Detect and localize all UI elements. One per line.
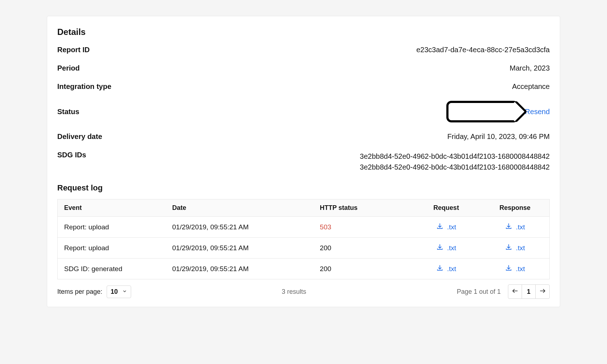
download-ext: .txt — [447, 244, 456, 252]
download-icon — [436, 243, 443, 252]
status-tag-icon — [446, 101, 518, 122]
download-ext: .txt — [516, 265, 525, 273]
download-icon — [505, 264, 512, 273]
download-icon — [505, 243, 512, 252]
items-per-page-select[interactable]: 10 — [107, 286, 131, 298]
download-ext: .txt — [447, 265, 456, 273]
current-page[interactable]: 1 — [522, 285, 536, 298]
row-integration-type: Integration type Acceptance — [57, 82, 550, 91]
results-count: 3 results — [282, 288, 306, 296]
items-per-page-value: 10 — [111, 288, 118, 296]
table-row: Report: upload01/29/2019, 09:55:21 AM503… — [58, 217, 550, 238]
cell-http-status: 503 — [313, 217, 412, 238]
table-header-row: Event Date HTTP status Request Response — [58, 199, 550, 217]
download-response-link[interactable]: .txt — [505, 264, 525, 273]
cell-request: .txt — [412, 238, 481, 259]
arrow-right-icon — [539, 287, 546, 296]
table-row: Report: upload01/29/2019, 09:55:21 AM200… — [58, 238, 550, 259]
table-row: SDG ID: generated01/29/2019, 09:55:21 AM… — [58, 259, 550, 279]
cell-http-status: 200 — [313, 259, 412, 279]
cell-date: 01/29/2019, 09:55:21 AM — [166, 259, 313, 279]
download-request-link[interactable]: .txt — [436, 264, 456, 273]
cell-http-status: 200 — [313, 238, 412, 259]
row-status: Status Resend — [57, 101, 550, 122]
th-response: Response — [481, 199, 549, 217]
download-icon — [505, 223, 512, 232]
value-integration-type: Acceptance — [512, 82, 550, 91]
page-info: Page 1 out of 1 — [457, 288, 501, 296]
th-request: Request — [412, 199, 481, 217]
label-delivery-date: Delivery date — [57, 132, 102, 141]
sdg-id-value: 3e2bb8d4-52e0-4962-b0dc-43b01d4f2103-168… — [360, 162, 550, 172]
pager: 1 — [508, 284, 550, 299]
pagination-right: Page 1 out of 1 1 — [457, 284, 550, 299]
cell-response: .txt — [481, 217, 549, 238]
details-title: Details — [57, 27, 550, 37]
cell-request: .txt — [412, 259, 481, 279]
items-per-page-label: Items per page: — [57, 288, 102, 296]
arrow-left-icon — [512, 287, 519, 296]
download-ext: .txt — [516, 223, 525, 231]
prev-page-button[interactable] — [508, 285, 522, 298]
details-panel: Details Report ID e23c3ad7-da7e-4eca-88c… — [47, 16, 560, 307]
row-sdg-ids: SDG IDs 3e2bb8d4-52e0-4962-b0dc-43b01d4f… — [57, 151, 550, 172]
cell-request: .txt — [412, 217, 481, 238]
cell-response: .txt — [481, 238, 549, 259]
label-period: Period — [57, 64, 80, 72]
cell-date: 01/29/2019, 09:55:21 AM — [166, 217, 313, 238]
label-integration-type: Integration type — [57, 82, 111, 91]
request-log-table: Event Date HTTP status Request Response … — [57, 199, 550, 279]
value-status: Resend — [446, 101, 550, 122]
label-sdg-ids: SDG IDs — [57, 151, 86, 159]
download-request-link[interactable]: .txt — [436, 223, 456, 232]
chevron-down-icon — [122, 288, 127, 296]
row-report-id: Report ID e23c3ad7-da7e-4eca-88cc-27e5a3… — [57, 46, 550, 54]
download-icon — [436, 223, 443, 232]
th-date: Date — [166, 199, 313, 217]
cell-response: .txt — [481, 259, 549, 279]
th-http-status: HTTP status — [313, 199, 412, 217]
label-report-id: Report ID — [57, 46, 90, 54]
value-period: March, 2023 — [510, 64, 550, 72]
cell-event: Report: upload — [58, 217, 166, 238]
request-log-title: Request log — [57, 183, 550, 193]
next-page-button[interactable] — [536, 285, 549, 298]
download-ext: .txt — [516, 244, 525, 252]
pagination: Items per page: 10 3 results Page 1 out … — [57, 284, 550, 299]
items-per-page-wrap: Items per page: 10 — [57, 286, 131, 298]
download-request-link[interactable]: .txt — [436, 243, 456, 252]
cell-date: 01/29/2019, 09:55:21 AM — [166, 238, 313, 259]
label-status: Status — [57, 108, 79, 116]
row-period: Period March, 2023 — [57, 64, 550, 72]
value-delivery-date: Friday, April 10, 2023, 09:46 PM — [447, 132, 550, 141]
row-delivery-date: Delivery date Friday, April 10, 2023, 09… — [57, 132, 550, 141]
cell-event: Report: upload — [58, 238, 166, 259]
download-ext: .txt — [447, 223, 456, 231]
value-sdg-ids: 3e2bb8d4-52e0-4962-b0dc-43b01d4f2103-168… — [360, 151, 550, 172]
download-response-link[interactable]: .txt — [505, 223, 525, 232]
download-response-link[interactable]: .txt — [505, 243, 525, 252]
resend-link[interactable]: Resend — [525, 108, 550, 116]
value-report-id: e23c3ad7-da7e-4eca-88cc-27e5a3cd3cfa — [416, 46, 550, 54]
th-event: Event — [58, 199, 166, 217]
sdg-id-value: 3e2bb8d4-52e0-4962-b0dc-43b01d4f2103-168… — [360, 151, 550, 162]
download-icon — [436, 264, 443, 273]
cell-event: SDG ID: generated — [58, 259, 166, 279]
